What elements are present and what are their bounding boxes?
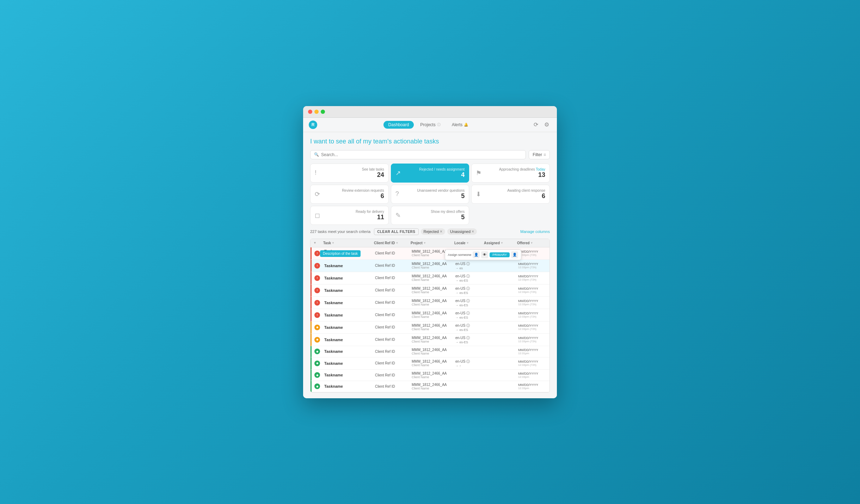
task-tooltip: Description of the task xyxy=(320,250,361,257)
minimize-button[interactable] xyxy=(314,110,319,114)
stat-card-3[interactable]: ⟳ Review extension requests 6 xyxy=(310,185,389,204)
table-row[interactable]: ! Taskname Client Ref ID MMM_1812_2466_A… xyxy=(311,297,549,309)
stat-card-4[interactable]: ? Unanswered vendor questions 5 xyxy=(391,185,469,204)
offered-cell: MM/DD/YYYY 12:33pm (72h) xyxy=(518,312,550,318)
client-ref-cell: Client Ref ID xyxy=(375,325,410,329)
table-row[interactable]: ◆ Taskname Client Ref ID MMM_1812_2466_A… xyxy=(311,381,549,392)
priority-indicator: ◆ xyxy=(314,337,320,343)
stat-card-6[interactable]: ◻ Ready for delivery 11 xyxy=(310,206,389,225)
close-button[interactable] xyxy=(308,110,312,114)
maximize-button[interactable] xyxy=(321,110,325,114)
navbar: R Dashboard Projects ⓘ Alerts 🔔 ⟳ ⚙ xyxy=(303,118,557,132)
col-assigned[interactable]: Assigned ▼ xyxy=(484,241,516,245)
task-cell: Taskname xyxy=(324,276,374,280)
col-task[interactable]: Task ▼ xyxy=(323,241,373,245)
stat-card-2[interactable]: ⚑ Approaching deadlines Today 13 xyxy=(471,164,550,183)
remove-rejected-filter[interactable]: × xyxy=(440,229,442,234)
filter-tag-unassigned: Unassigned × xyxy=(447,228,477,235)
stat-icon-6: ◻ xyxy=(315,211,320,219)
table-row[interactable]: ◆ Taskname Client Ref ID MMM_1812_2466_A… xyxy=(311,370,549,381)
clear-all-filters-button[interactable]: CLEAR ALL FILTERS xyxy=(374,228,418,235)
app-window: R Dashboard Projects ⓘ Alerts 🔔 ⟳ ⚙ I wa… xyxy=(303,106,557,398)
stat-right-4: Unanswered vendor questions 5 xyxy=(417,189,465,200)
page-title: I want to see all of my team's actionabl… xyxy=(310,138,550,145)
client-ref-cell: Client Ref ID xyxy=(375,373,410,377)
table-row[interactable]: ◆ Taskname Client Ref ID MMM_1812_2466_A… xyxy=(311,334,549,346)
client-ref-cell: Client Ref ID xyxy=(375,251,410,255)
table-row[interactable]: ! Taskname Client Ref ID MMM_1812_2466_A… xyxy=(311,260,549,272)
stat-icon-2: ⚑ xyxy=(476,169,481,177)
stat-label-7: Show my direct offers xyxy=(431,210,465,214)
stat-label-4: Unanswered vendor questions xyxy=(417,189,465,192)
col-project[interactable]: Project ▼ xyxy=(411,241,453,245)
remove-unassigned-filter[interactable]: × xyxy=(472,229,474,234)
stat-today-2: Today xyxy=(536,167,545,171)
client-ref-cell: Client Ref ID xyxy=(375,350,410,354)
col-offered[interactable]: Offered ▼ xyxy=(517,241,549,245)
offered-cell: MM/DD/YYYY 12:33pm xyxy=(518,372,550,379)
assign-user-icon[interactable]: 👤 xyxy=(473,251,480,258)
task-cell: Taskname xyxy=(324,301,374,305)
client-ref-cell: Client Ref ID xyxy=(375,276,410,280)
stat-label-1: Rejected / needs assignment xyxy=(419,167,465,171)
stat-right-5: Awaiting client response 6 xyxy=(507,189,545,200)
col-locale[interactable]: Locale ▼ xyxy=(454,241,483,245)
history-icon[interactable]: ⟳ xyxy=(534,121,541,128)
filter-button[interactable]: Filter ≡ xyxy=(529,150,550,159)
offered-cell: MM/DD/YYYY 12:33pm (72h) xyxy=(518,262,550,269)
project-cell: MMM_1812_2466_AA Client Name xyxy=(412,359,454,367)
task-cell: Taskname xyxy=(324,373,374,377)
table-row[interactable]: ◆ Taskname Client Ref ID MMM_1812_2466_A… xyxy=(311,357,549,370)
locale-cell: en-US ⓘ → es-ES xyxy=(455,336,484,344)
stat-card-8[interactable] xyxy=(471,206,550,225)
stat-right-1: Rejected / needs assignment 4 xyxy=(419,167,465,179)
offered-cell: MM/DD/YYYY 12:33pm xyxy=(518,383,550,390)
assign-eye-icon[interactable]: 👁 xyxy=(481,251,488,258)
stat-value-4: 5 xyxy=(417,192,465,200)
data-table: ▼ Task ▼ Client Ref ID ▼ Project ▼ Local… xyxy=(310,239,550,393)
priority-indicator: ! xyxy=(314,312,320,318)
stat-right-3: Review extension requests 6 xyxy=(342,189,384,200)
search-input[interactable] xyxy=(321,152,522,157)
table-row[interactable]: ! Taskname Client Ref ID MMM_1812_2466_A… xyxy=(311,272,549,284)
search-icon: 🔍 xyxy=(314,152,319,157)
stat-card-1[interactable]: ↗ Rejected / needs assignment 4 xyxy=(391,164,469,183)
stat-icon-3: ⟳ xyxy=(315,190,320,198)
priority-indicator: ! xyxy=(314,263,320,269)
stat-card-0[interactable]: ! See late tasks 24 xyxy=(310,164,389,183)
nav-tab-projects[interactable]: Projects ⓘ xyxy=(415,121,445,129)
locale-cell: en-US ⓘ → es-ES xyxy=(455,323,484,332)
priority-indicator: ! xyxy=(314,251,320,256)
filters-row: 227 tasks meet your search criteria CLEA… xyxy=(310,228,550,235)
table-row[interactable]: Description of the task Assign someone 👤… xyxy=(311,247,549,260)
project-cell: MMM_1812_2466_AA Client Name xyxy=(412,287,454,294)
stat-card-5[interactable]: ⬇ Awaiting client response 6 xyxy=(471,185,550,204)
stat-value-6: 11 xyxy=(356,214,384,221)
table-header: ▼ Task ▼ Client Ref ID ▼ Project ▼ Local… xyxy=(311,239,549,247)
assign-label: Assign someone xyxy=(448,253,472,257)
client-ref-cell: Client Ref ID xyxy=(375,301,410,305)
assign-add-user-icon[interactable]: 👤 xyxy=(511,251,518,258)
search-box[interactable]: 🔍 xyxy=(310,150,526,159)
manage-columns-link[interactable]: Manage columns xyxy=(520,229,550,234)
project-cell: MMM_1812_2466_AA Client Name xyxy=(412,311,454,319)
assign-primary-button[interactable]: PRIMARY xyxy=(490,252,510,257)
table-row[interactable]: ! Taskname Client Ref ID MMM_1812_2466_A… xyxy=(311,309,549,321)
stat-label-2: Approaching deadlines Today xyxy=(499,167,545,171)
col-client-ref[interactable]: Client Ref ID ▼ xyxy=(374,241,409,245)
project-cell: MMM_1812_2466_AA Client Name xyxy=(412,274,454,282)
assign-popup: Assign someone 👤 👁 PRIMARY 👤 xyxy=(445,250,521,260)
task-cell: Taskname xyxy=(324,325,374,330)
nav-tab-alerts[interactable]: Alerts 🔔 xyxy=(447,121,473,129)
table-row[interactable]: ! Taskname Client Ref ID MMM_1812_2466_A… xyxy=(311,284,549,297)
table-row[interactable]: ◆ Taskname Client Ref ID MMM_1812_2466_A… xyxy=(311,346,549,357)
stat-card-7[interactable]: ✎ Show my direct offers 5 xyxy=(391,206,469,225)
settings-icon[interactable]: ⚙ xyxy=(544,121,551,128)
table-row[interactable]: ◆ Taskname Client Ref ID MMM_1812_2466_A… xyxy=(311,321,549,334)
app-logo: R xyxy=(309,121,317,129)
locale-cell: en-US ⓘ → es xyxy=(455,262,484,270)
nav-right: ⟳ ⚙ xyxy=(534,121,551,128)
priority-indicator: ◆ xyxy=(314,361,320,366)
stat-value-0: 24 xyxy=(362,171,384,179)
nav-tab-dashboard[interactable]: Dashboard xyxy=(383,121,414,129)
